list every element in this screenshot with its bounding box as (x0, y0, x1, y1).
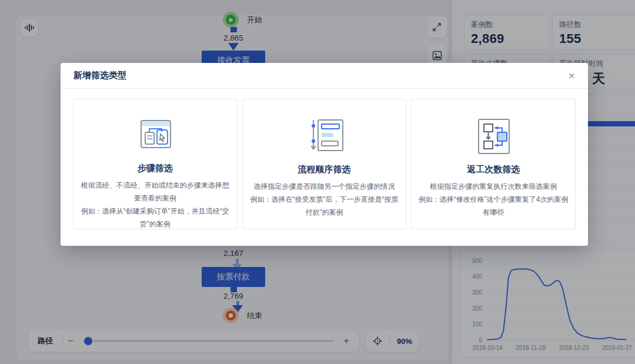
filter-card-title: 返工次数筛选 (467, 164, 520, 175)
filter-card-title: 步骤筛选 (138, 163, 173, 174)
desc-line2: 例如：选择“修改价格”这个步骤重复了4次的案例有哪些 (419, 195, 569, 216)
desc-line2: 例如：选择从“创建采购订单”开始，并且流经“交货”的案例 (81, 207, 229, 228)
sequence-filter-icon (300, 117, 349, 156)
filter-card-description: 根据流经、不流经、开始或结束的步骤来选择想要查看的案例 例如：选择从“创建采购订… (73, 179, 237, 231)
modal-title: 新增筛选类型 (73, 70, 126, 81)
step-filter-icon (131, 117, 179, 155)
desc-line1: 根据流经、不流经、开始或结束的步骤来选择想要查看的案例 (81, 181, 229, 202)
filter-card-title: 流程顺序筛选 (298, 164, 351, 175)
modal-body: 步骤筛选 根据流经、不流经、开始或结束的步骤来选择想要查看的案例 例如：选择从“… (61, 89, 588, 239)
desc-line1: 根据指定步骤的重复执行次数来筛选案例 (430, 182, 557, 191)
desc-line2: 例如：选择在“接受发票”后，下一步直接是“按票付款”的案例 (250, 195, 399, 216)
filter-card-sequence[interactable]: 流程顺序筛选 选择指定步骤是否跟随另一个指定步骤的情况 例如：选择在“接受发票”… (242, 99, 407, 229)
filter-card-rework[interactable]: 返工次数筛选 根据指定步骤的重复执行次数来筛选案例 例如：选择“修改价格”这个步… (411, 99, 576, 229)
desc-line1: 选择指定步骤是否跟随另一个指定步骤的情况 (254, 182, 395, 191)
rework-filter-icon (469, 117, 517, 156)
close-icon[interactable]: ✕ (568, 72, 575, 80)
filter-card-description: 根据指定步骤的重复执行次数来筛选案例 例如：选择“修改价格”这个步骤重复了4次的… (412, 180, 575, 219)
filter-card-description: 选择指定步骤是否跟随另一个指定步骤的情况 例如：选择在“接受发票”后，下一步直接… (243, 180, 406, 219)
modal-header: 新增筛选类型 ✕ (61, 63, 588, 89)
add-filter-modal: 新增筛选类型 ✕ 步骤筛选 根据流经、不流经、开始或结束的步骤来选择想要查看的案… (61, 63, 588, 246)
filter-card-step[interactable]: 步骤筛选 根据流经、不流经、开始或结束的步骤来选择想要查看的案例 例如：选择从“… (73, 99, 238, 229)
